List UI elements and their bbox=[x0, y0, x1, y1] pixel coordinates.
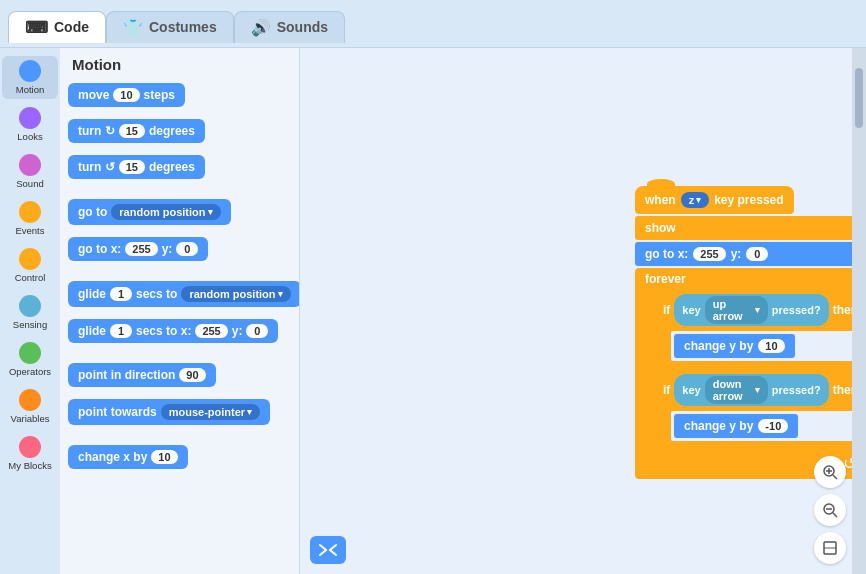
zoom-out-icon bbox=[822, 502, 838, 518]
svg-line-10 bbox=[320, 550, 326, 555]
hat-block-1[interactable]: when z key pressed bbox=[635, 186, 866, 214]
block-glide-xy[interactable]: glide 1 secs to x: 255 y: 0 bbox=[68, 319, 291, 349]
goto-xy-block[interactable]: go to x: 255 y: 0 bbox=[68, 237, 208, 261]
sidebar-item-myblocks[interactable]: My Blocks bbox=[2, 432, 58, 475]
sounds-icon: 🔊 bbox=[251, 18, 271, 37]
glide-random-block[interactable]: glide 1 secs to random position bbox=[68, 281, 300, 307]
svg-line-12 bbox=[330, 550, 336, 555]
sensing-dot bbox=[19, 295, 41, 317]
sidebar-item-operators[interactable]: Operators bbox=[2, 338, 58, 381]
tab-sounds[interactable]: 🔊 Sounds bbox=[234, 11, 345, 43]
script-1: when z key pressed show go to x: 255 y: … bbox=[635, 186, 866, 480]
operators-dot bbox=[19, 342, 41, 364]
zoom-in-icon bbox=[822, 464, 838, 480]
block-point-dir[interactable]: point in direction 90 bbox=[68, 363, 291, 393]
change-y-10-block[interactable]: change y by 10 bbox=[674, 334, 795, 358]
sidebar-item-events[interactable]: Events bbox=[2, 197, 58, 240]
tab-costumes[interactable]: 👕 Costumes bbox=[106, 11, 234, 43]
show-block[interactable]: show bbox=[635, 216, 866, 240]
sidebar-item-sensing[interactable]: Sensing bbox=[2, 291, 58, 334]
block-turn-cw[interactable]: turn ↻ 15 degrees bbox=[68, 119, 291, 149]
block-goto-xy[interactable]: go to x: 255 y: 0 bbox=[68, 237, 291, 267]
change-x-block[interactable]: change x by 10 bbox=[68, 445, 188, 469]
change-y-neg10-block[interactable]: change y by -10 bbox=[674, 414, 798, 438]
zoom-controls bbox=[814, 456, 846, 564]
costumes-icon: 👕 bbox=[123, 18, 143, 37]
blocks-panel-title: Motion bbox=[68, 56, 291, 73]
code-icon: ⌨ bbox=[25, 18, 48, 37]
canvas-area[interactable]: when z key pressed show go to x: 255 y: … bbox=[300, 48, 866, 574]
block-point-towards[interactable]: point towards mouse-pointer bbox=[68, 399, 291, 431]
turn-ccw-block[interactable]: turn ↺ 15 degrees bbox=[68, 155, 205, 179]
svg-line-5 bbox=[833, 513, 837, 517]
svg-line-1 bbox=[833, 475, 837, 479]
sidebar-item-control[interactable]: Control bbox=[2, 244, 58, 287]
motion-dot bbox=[19, 60, 41, 82]
control-dot bbox=[19, 248, 41, 270]
zoom-in-button[interactable] bbox=[814, 456, 846, 488]
zoom-reset-button[interactable] bbox=[814, 532, 846, 564]
top-tabs: ⌨ Code 👕 Costumes 🔊 Sounds bbox=[0, 0, 866, 48]
block-goto-random[interactable]: go to random position bbox=[68, 199, 291, 231]
categories-sidebar: Motion Looks Sound Events Control Sensin… bbox=[0, 48, 60, 574]
sidebar-item-motion[interactable]: Motion bbox=[2, 56, 58, 99]
zoom-reset-icon bbox=[822, 540, 838, 556]
block-glide-random[interactable]: glide 1 secs to random position bbox=[68, 281, 291, 313]
point-dir-block[interactable]: point in direction 90 bbox=[68, 363, 216, 387]
looks-dot bbox=[19, 107, 41, 129]
blocks-panel: Motion move 10 steps turn ↻ 15 degrees t… bbox=[60, 48, 300, 574]
block-turn-ccw[interactable]: turn ↺ 15 degrees bbox=[68, 155, 291, 185]
svg-line-11 bbox=[330, 545, 336, 550]
svg-line-9 bbox=[320, 545, 326, 550]
events-dot bbox=[19, 201, 41, 223]
myblocks-dot bbox=[19, 436, 41, 458]
main-area: Motion Looks Sound Events Control Sensin… bbox=[0, 48, 866, 574]
variables-dot bbox=[19, 389, 41, 411]
when-key-pressed-hat[interactable]: when z key pressed bbox=[635, 186, 794, 214]
point-towards-block[interactable]: point towards mouse-pointer bbox=[68, 399, 270, 425]
sidebar-item-sound[interactable]: Sound bbox=[2, 150, 58, 193]
sidebar-item-variables[interactable]: Variables bbox=[2, 385, 58, 428]
block-change-x[interactable]: change x by 10 bbox=[68, 445, 291, 475]
glide-xy-block[interactable]: glide 1 secs to x: 255 y: 0 bbox=[68, 319, 278, 343]
goto-x-block-1[interactable]: go to x: 255 y: 0 bbox=[635, 242, 866, 266]
goto-random-block[interactable]: go to random position bbox=[68, 199, 231, 225]
zoom-out-button[interactable] bbox=[814, 494, 846, 526]
sound-dot bbox=[19, 154, 41, 176]
canvas-scrollbar[interactable] bbox=[852, 48, 866, 574]
turn-cw-block[interactable]: turn ↻ 15 degrees bbox=[68, 119, 205, 143]
move-block[interactable]: move 10 steps bbox=[68, 83, 185, 107]
expand-icon bbox=[318, 543, 338, 557]
forever-block-1[interactable]: forever if key up arrow pressed? then ch… bbox=[635, 268, 866, 479]
block-move[interactable]: move 10 steps bbox=[68, 83, 291, 113]
sidebar-item-looks[interactable]: Looks bbox=[2, 103, 58, 146]
tab-code[interactable]: ⌨ Code bbox=[8, 11, 106, 43]
expand-button[interactable] bbox=[310, 536, 346, 564]
scrollbar-thumb[interactable] bbox=[855, 68, 863, 128]
